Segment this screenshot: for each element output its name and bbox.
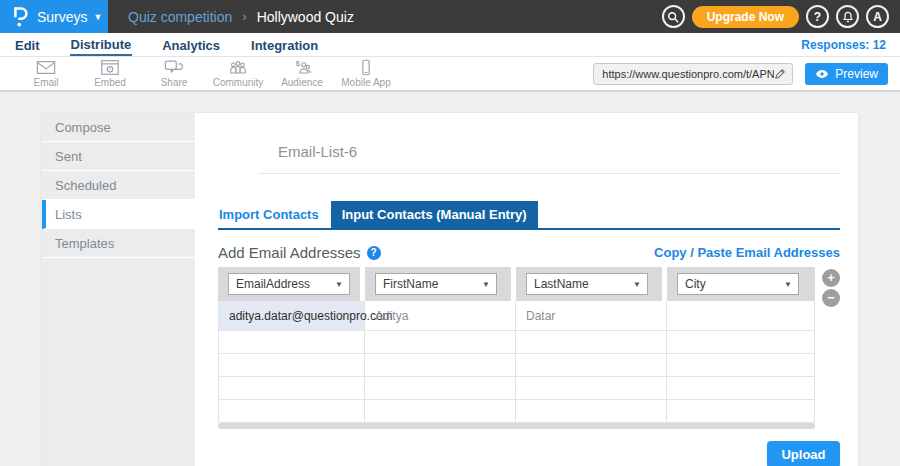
svg-text:$: $ xyxy=(296,59,300,68)
cell-firstname[interactable] xyxy=(365,331,516,354)
cell-lastname[interactable] xyxy=(516,400,667,423)
cell-firstname[interactable] xyxy=(365,400,516,423)
table-row xyxy=(218,377,815,400)
table-row xyxy=(218,354,815,377)
topbar-actions: Upgrade Now ? A xyxy=(662,5,900,28)
title-divider xyxy=(258,173,840,174)
tab-import-contacts[interactable]: Import Contacts xyxy=(218,207,323,228)
avatar-initial: A xyxy=(873,10,882,24)
cell-email[interactable] xyxy=(219,331,365,354)
tool-mobile-app[interactable]: Mobile App xyxy=(334,59,398,88)
tool-audience[interactable]: $ Audience xyxy=(270,59,334,88)
table-header-row: EmailAddress ▼ FirstName ▼ xyxy=(218,267,815,301)
cell-lastname[interactable] xyxy=(516,354,667,377)
help-button[interactable]: ? xyxy=(806,5,829,28)
column-select-emailaddress[interactable]: EmailAddress ▼ xyxy=(228,273,350,295)
questionpro-logo-icon xyxy=(12,6,29,28)
horizontal-scrollbar[interactable] xyxy=(218,423,815,429)
preview-button[interactable]: Preview xyxy=(805,63,888,85)
sidebar-item-templates[interactable]: Templates xyxy=(42,229,195,258)
preview-eye-icon xyxy=(815,69,829,79)
chevron-down-icon: ▼ xyxy=(482,280,490,289)
email-sidebar: Compose Sent Scheduled Lists Templates xyxy=(42,113,195,466)
cell-firstname[interactable] xyxy=(365,354,516,377)
sidebar-item-lists[interactable]: Lists xyxy=(42,200,195,229)
mobile-app-icon xyxy=(356,59,376,76)
column-select-firstname[interactable]: FirstName ▼ xyxy=(375,273,497,295)
share-icon xyxy=(164,59,184,76)
cell-email[interactable] xyxy=(219,354,365,377)
page-title: Email-List-6 xyxy=(278,143,858,160)
tool-email[interactable]: Email xyxy=(14,59,78,88)
community-icon xyxy=(228,59,248,76)
cell-firstname[interactable]: Aditya xyxy=(365,301,516,331)
sidebar-item-compose[interactable]: Compose xyxy=(42,113,195,142)
contacts-table: EmailAddress ▼ FirstName ▼ xyxy=(218,267,840,429)
table-row xyxy=(218,331,815,354)
cell-city[interactable] xyxy=(667,354,815,377)
breadcrumb-separator-icon: › xyxy=(242,9,246,24)
cell-lastname[interactable] xyxy=(516,331,667,354)
tool-community[interactable]: Community xyxy=(206,59,270,88)
table-row xyxy=(218,400,815,423)
table-row: aditya.datar@questionpro.com Aditya Data… xyxy=(218,301,815,331)
cell-email[interactable] xyxy=(219,400,365,423)
search-icon xyxy=(667,11,679,23)
tool-embed[interactable]: Embed xyxy=(78,59,142,88)
cell-city[interactable] xyxy=(667,377,815,400)
upgrade-now-button[interactable]: Upgrade Now xyxy=(692,6,799,28)
survey-nav: Edit Distribute Analytics Integration Re… xyxy=(0,33,900,57)
notifications-button[interactable] xyxy=(836,5,859,28)
column-select-city[interactable]: City ▼ xyxy=(677,273,799,295)
upload-row: Upload xyxy=(218,441,840,466)
edit-pencil-icon[interactable] xyxy=(774,68,786,80)
page-background: Compose Sent Scheduled Lists Templates E… xyxy=(0,92,900,466)
remove-row-button[interactable]: − xyxy=(822,289,840,307)
product-label: Surveys xyxy=(37,9,88,25)
cell-city[interactable] xyxy=(667,331,815,354)
tool-share[interactable]: Share xyxy=(142,59,206,88)
column-header-firstname: FirstName ▼ xyxy=(365,267,516,301)
tab-distribute[interactable]: Distribute xyxy=(70,34,133,56)
column-select-lastname[interactable]: LastName ▼ xyxy=(526,273,648,295)
email-icon xyxy=(36,59,56,76)
tab-edit[interactable]: Edit xyxy=(14,35,41,55)
responses-count[interactable]: Responses: 12 xyxy=(801,38,886,52)
cell-firstname[interactable] xyxy=(365,377,516,400)
top-bar: Surveys ▼ Quiz competition › Hollywood Q… xyxy=(0,0,900,33)
avatar[interactable]: A xyxy=(866,5,889,28)
cell-lastname[interactable]: Datar xyxy=(516,301,667,331)
copy-paste-link[interactable]: Copy / Paste Email Addresses xyxy=(654,245,840,260)
cell-email[interactable] xyxy=(219,377,365,400)
cell-email[interactable]: aditya.datar@questionpro.com xyxy=(219,301,365,331)
cell-city[interactable] xyxy=(667,301,815,331)
row-controls: + − xyxy=(822,269,840,307)
survey-url-field[interactable]: https://www.questionpro.com/t/APNrFZ xyxy=(593,63,793,85)
add-email-header-row: Add Email Addresses ? Copy / Paste Email… xyxy=(218,244,840,261)
chevron-down-icon: ▼ xyxy=(633,280,641,289)
chevron-down-icon: ▼ xyxy=(335,280,343,289)
cell-city[interactable] xyxy=(667,400,815,423)
search-button[interactable] xyxy=(662,5,685,28)
survey-url-text: https://www.questionpro.com/t/APNrFZ xyxy=(602,68,774,80)
section-title: Add Email Addresses xyxy=(218,244,361,261)
add-row-button[interactable]: + xyxy=(822,269,840,287)
chevron-down-icon: ▼ xyxy=(784,280,792,289)
upload-button[interactable]: Upload xyxy=(767,441,840,466)
breadcrumb-survey-name[interactable]: Hollywood Quiz xyxy=(257,9,354,25)
sidebar-item-scheduled[interactable]: Scheduled xyxy=(42,171,195,200)
audience-icon: $ xyxy=(292,59,312,76)
chevron-down-icon: ▼ xyxy=(94,12,103,22)
tab-analytics[interactable]: Analytics xyxy=(161,35,221,55)
surveys-product-menu[interactable]: Surveys ▼ xyxy=(0,0,108,33)
breadcrumb-folder[interactable]: Quiz competition xyxy=(128,9,232,25)
sidebar-item-sent[interactable]: Sent xyxy=(42,142,195,171)
embed-icon xyxy=(100,59,120,76)
cell-lastname[interactable] xyxy=(516,377,667,400)
tab-integration[interactable]: Integration xyxy=(250,35,319,55)
question-mark-icon: ? xyxy=(814,10,821,24)
list-detail-main: Email-List-6 Import Contacts Input Conta… xyxy=(195,113,858,466)
tab-input-contacts-manual[interactable]: Input Contacts (Manual Entry) xyxy=(331,201,538,228)
bell-icon xyxy=(842,11,854,23)
help-circle-icon[interactable]: ? xyxy=(367,246,381,260)
